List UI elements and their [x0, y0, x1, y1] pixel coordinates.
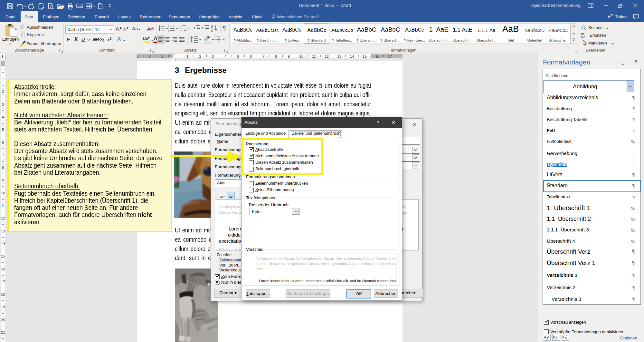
svg-text:4: 4	[224, 54, 227, 58]
svg-text:17: 17	[1, 280, 5, 284]
svg-text:8: 8	[275, 54, 277, 58]
svg-text:A: A	[211, 25, 213, 28]
svg-text:Z: Z	[211, 29, 213, 32]
svg-text:13: 13	[1, 229, 5, 233]
svg-text:2: 2	[199, 54, 201, 58]
svg-text:3: 3	[137, 54, 138, 58]
svg-text:8: 8	[2, 166, 4, 170]
svg-text:A: A	[562, 335, 564, 339]
svg-text:1: 1	[179, 25, 181, 27]
svg-text:5: 5	[237, 54, 239, 58]
svg-text:1: 1	[2, 77, 4, 81]
svg-text:ac: ac	[582, 35, 586, 39]
svg-text:3: 3	[212, 54, 214, 58]
svg-text:2: 2	[148, 54, 150, 58]
svg-text:7: 7	[2, 153, 4, 157]
svg-text:2: 2	[2, 90, 4, 93]
svg-text:15: 15	[1, 254, 5, 258]
svg-text:20: 20	[1, 318, 5, 322]
svg-text:A: A	[553, 335, 555, 339]
svg-text:11: 11	[312, 54, 316, 58]
svg-text:3: 3	[2, 103, 4, 106]
svg-text:2: 2	[168, 27, 169, 30]
svg-text:14: 14	[1, 242, 5, 246]
svg-text:1: 1	[168, 25, 169, 27]
svg-text:9: 9	[288, 54, 289, 58]
svg-text:4: 4	[2, 115, 4, 119]
svg-text:10: 10	[1, 191, 5, 195]
svg-text:16: 16	[375, 54, 379, 58]
svg-text:7: 7	[262, 54, 264, 58]
svg-text:A: A	[147, 26, 150, 32]
svg-text:A: A	[544, 335, 546, 339]
svg-text:A: A	[555, 336, 558, 340]
svg-text:5: 5	[2, 128, 4, 132]
svg-text:1: 1	[161, 54, 163, 58]
svg-text:10: 10	[299, 54, 304, 58]
svg-text:12: 12	[325, 54, 329, 58]
svg-text:3: 3	[168, 30, 169, 32]
svg-text:11: 11	[1, 204, 5, 208]
svg-text:a: a	[180, 27, 182, 29]
svg-text:21: 21	[1, 330, 5, 334]
svg-text:13: 13	[337, 54, 342, 58]
svg-text:17: 17	[388, 54, 392, 58]
svg-text:9: 9	[2, 178, 4, 182]
svg-text:12: 12	[1, 216, 5, 220]
svg-text:15: 15	[363, 54, 367, 58]
svg-text:18: 18	[1, 292, 5, 296]
svg-text:14: 14	[350, 54, 354, 58]
svg-text:16: 16	[1, 267, 5, 271]
svg-text:19: 19	[1, 305, 5, 309]
svg-text:1: 1	[186, 54, 188, 58]
svg-text:6: 6	[250, 54, 252, 58]
svg-text:6: 6	[2, 141, 4, 144]
svg-text:i: i	[181, 29, 182, 32]
svg-text:A: A	[565, 336, 567, 340]
